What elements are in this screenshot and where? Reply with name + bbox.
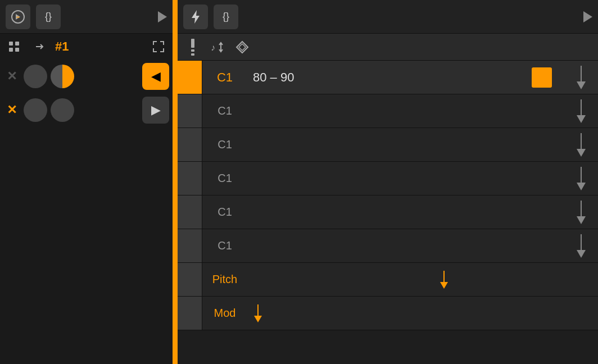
slider-0	[577, 66, 586, 89]
arrow-left-icon: ◀	[151, 69, 161, 84]
slider-area-3	[564, 167, 598, 190]
row-color-5[interactable]	[178, 229, 202, 262]
slider-2	[577, 133, 586, 157]
row-note-1: C1	[202, 104, 247, 117]
list-row: C1	[178, 162, 598, 195]
expand-icon-btn[interactable]	[148, 36, 169, 57]
list-row: C1	[178, 229, 598, 263]
pitch-label: Pitch	[202, 273, 247, 286]
left-row3: ✕ ▶	[0, 93, 173, 127]
svg-text:∞: ∞	[16, 15, 20, 20]
svg-rect-4	[9, 48, 13, 52]
row-note-2: C1	[202, 138, 247, 151]
x-icon-row2[interactable]: ✕	[3, 69, 20, 84]
x-icon-orange-row3[interactable]: ✕	[3, 103, 20, 117]
mod-slider[interactable]	[254, 304, 262, 322]
note-sort-btn[interactable]: ♪	[207, 37, 228, 58]
slider-area-4	[564, 201, 598, 224]
row-color-2[interactable]	[178, 128, 202, 161]
list-row: C1	[178, 94, 598, 128]
row-note-0: C1	[202, 70, 247, 85]
bolt-icon	[189, 9, 202, 25]
svg-rect-5	[15, 48, 19, 52]
track-label: #1	[55, 39, 69, 54]
list-row: C1 80 – 90	[178, 61, 598, 94]
circle-half[interactable]	[51, 65, 74, 88]
row-color-1[interactable]	[178, 94, 202, 128]
right-toolbar: ♪	[178, 34, 598, 61]
row-color-mod[interactable]	[178, 297, 202, 330]
row-note-5: C1	[202, 239, 247, 252]
row-color-4[interactable]	[178, 195, 202, 229]
enter-icon	[34, 40, 46, 53]
row-range-0: 80 – 90	[253, 70, 294, 85]
list-row: C1	[178, 195, 598, 229]
slider-3	[577, 167, 586, 190]
circle-grey-3[interactable]	[51, 98, 74, 122]
bolt-button[interactable]	[183, 4, 208, 29]
orange-square-0[interactable]	[532, 67, 552, 88]
play-button-right[interactable]	[583, 11, 592, 22]
right-panel: {} ♪	[174, 0, 598, 364]
slider-area-0	[564, 66, 598, 89]
row-note-4: C1	[202, 206, 247, 219]
list-row-mod: Mod	[178, 297, 598, 330]
loop-button[interactable]: ∞	[6, 4, 30, 29]
circle-grey-1[interactable]	[24, 65, 47, 88]
note-sort-icon: ♪	[210, 39, 225, 55]
play-button-left[interactable]	[158, 11, 167, 22]
slider-5	[577, 234, 586, 258]
left-toolbar-row: #1	[0, 34, 173, 60]
pitch-slider[interactable]	[440, 271, 448, 289]
circle-grey-2[interactable]	[24, 98, 47, 122]
expand-icon	[152, 40, 165, 53]
row-color-pitch[interactable]	[178, 263, 202, 296]
braces-icon-left: {}	[45, 11, 52, 22]
row-color-active[interactable]	[178, 61, 202, 94]
slider-area-5	[564, 234, 598, 258]
grid-icon-btn[interactable]	[3, 36, 25, 57]
right-top-bar: {}	[178, 0, 598, 34]
braces-button-left[interactable]: {}	[36, 4, 61, 29]
bars-icon	[191, 39, 194, 56]
braces-icon-right: {}	[223, 11, 229, 22]
arrow-left-button[interactable]: ◀	[142, 63, 169, 90]
braces-button-right[interactable]: {}	[214, 4, 238, 29]
list-row-pitch: Pitch	[178, 263, 598, 297]
right-list: C1 80 – 90 C1	[178, 61, 598, 364]
left-top-bar: ∞ {}	[0, 0, 173, 34]
svg-rect-3	[15, 42, 19, 46]
row-right-0	[519, 67, 564, 88]
row-color-3[interactable]	[178, 162, 202, 195]
mod-label: Mod	[202, 307, 247, 320]
left-panel: ∞ {} #1	[0, 0, 174, 364]
svg-rect-2	[9, 42, 13, 46]
diamond-btn[interactable]	[232, 37, 253, 58]
slider-4	[577, 201, 586, 224]
row-note-3: C1	[202, 172, 247, 185]
grid-icon	[8, 40, 20, 53]
arrow-right-button[interactable]: ▶	[142, 97, 169, 124]
bars-icon-btn[interactable]	[182, 37, 203, 58]
diamond-icon	[234, 39, 250, 55]
left-row2: ✕ ◀	[0, 60, 173, 93]
slider-area-2	[564, 133, 598, 157]
arrow-right-btn[interactable]	[29, 36, 51, 57]
slider-1	[577, 99, 586, 123]
slider-area-1	[564, 99, 598, 123]
row-content-0: 80 – 90	[247, 70, 519, 85]
list-row: C1	[178, 128, 598, 162]
arrow-right-icon: ▶	[151, 103, 161, 117]
svg-text:♪: ♪	[211, 43, 215, 52]
